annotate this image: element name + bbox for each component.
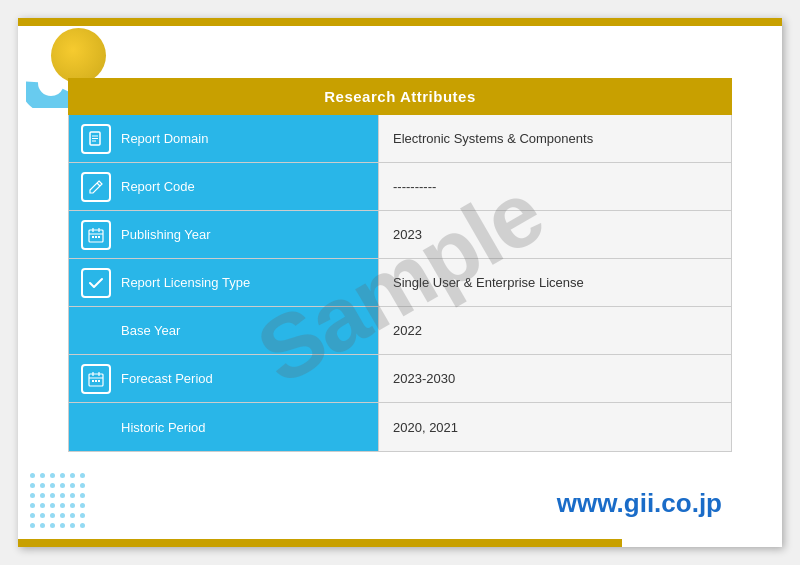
table-row: Forecast Period 2023-2030 xyxy=(69,355,731,403)
svg-rect-11 xyxy=(95,236,97,238)
publishing-year-label-cell: Publishing Year xyxy=(69,211,379,258)
svg-line-5 xyxy=(97,183,100,186)
table-row: Report Domain Electronic Systems & Compo… xyxy=(69,115,731,163)
table-row: Publishing Year 2023 xyxy=(69,211,731,259)
forecast-period-value: 2023-2030 xyxy=(379,355,731,402)
table-row: Report Code ---------- xyxy=(69,163,731,211)
table-title: Research Attributes xyxy=(324,88,476,105)
research-attributes-table: Research Attributes Report Domain xyxy=(68,78,732,477)
calendar-forecast-icon xyxy=(81,364,111,394)
document-icon xyxy=(81,124,111,154)
svg-rect-18 xyxy=(95,380,97,382)
website-url[interactable]: www.gii.co.jp xyxy=(557,488,722,519)
report-code-value: ---------- xyxy=(379,163,731,210)
bottom-gold-bar xyxy=(18,539,622,547)
calendar-icon xyxy=(81,220,111,250)
publishing-year-value: 2023 xyxy=(379,211,731,258)
dot-decoration xyxy=(30,473,90,533)
base-year-value: 2022 xyxy=(379,307,731,354)
top-gold-bar xyxy=(18,18,782,26)
licensing-type-value: Single User & Enterprise License xyxy=(379,259,731,306)
svg-rect-17 xyxy=(92,380,94,382)
forecast-period-label-cell: Forecast Period xyxy=(69,355,379,402)
licensing-type-label: Report Licensing Type xyxy=(121,275,250,290)
pencil-icon xyxy=(81,172,111,202)
table-row: Base Year 2022 xyxy=(69,307,731,355)
page-background: Research Attributes Report Domain xyxy=(18,18,782,547)
svg-rect-12 xyxy=(98,236,100,238)
forecast-period-label: Forecast Period xyxy=(121,371,213,386)
table-row: Historic Period 2020, 2021 xyxy=(69,403,731,451)
publishing-year-label: Publishing Year xyxy=(121,227,211,242)
base-year-label-cell: Base Year xyxy=(69,307,379,354)
historic-period-label: Historic Period xyxy=(121,420,206,435)
svg-rect-19 xyxy=(98,380,100,382)
report-domain-label-cell: Report Domain xyxy=(69,115,379,162)
historic-period-value: 2020, 2021 xyxy=(379,403,731,451)
historic-period-label-cell: Historic Period xyxy=(69,403,379,451)
checkmark-icon xyxy=(81,268,111,298)
svg-point-0 xyxy=(29,61,73,105)
table-row: Report Licensing Type Single User & Ente… xyxy=(69,259,731,307)
report-code-label: Report Code xyxy=(121,179,195,194)
licensing-type-label-cell: Report Licensing Type xyxy=(69,259,379,306)
table-body: Report Domain Electronic Systems & Compo… xyxy=(68,115,732,452)
report-domain-value: Electronic Systems & Components xyxy=(379,115,731,162)
svg-rect-10 xyxy=(92,236,94,238)
base-year-label: Base Year xyxy=(121,323,180,338)
table-header: Research Attributes xyxy=(68,78,732,115)
report-code-label-cell: Report Code xyxy=(69,163,379,210)
report-domain-label: Report Domain xyxy=(121,131,208,146)
